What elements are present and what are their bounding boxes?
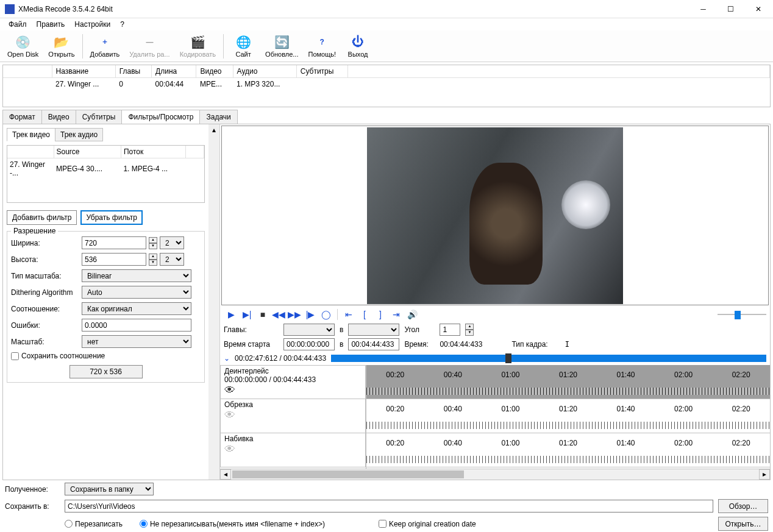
timeline-lane-3[interactable]: 00:2000:4001:0001:2001:4002:0002:20 [366,433,770,467]
scroll-up-icon[interactable]: ▴ [212,126,216,134]
browse-button[interactable]: Обзор… [718,499,768,513]
timeline-lane-1[interactable]: 00:2000:4001:0001:2001:4002:0002:20 [366,365,770,399]
volume-button[interactable]: 🔊 [405,308,419,321]
track-deinterlace[interactable]: Деинтерлейс 00:00:00:000 / 00:04:44:433 … [220,365,366,399]
eye-off-icon[interactable]: 👁 [224,443,362,456]
angle-spinner[interactable]: ▲▼ [465,324,474,336]
col-chapters[interactable]: Главы [115,65,151,78]
tab-audio-track[interactable]: Трек аудио [55,128,103,141]
menu-file[interactable]: Файл [5,19,30,30]
height-step-select[interactable]: 2 [160,253,184,266]
scroll-right-icon[interactable]: ▸ [759,469,770,480]
col-stream[interactable]: Поток [121,146,185,158]
left-scrollbar[interactable]: ▴ [208,124,219,480]
remove-filter-button[interactable]: Убрать фильтр [80,210,142,225]
close-button[interactable]: ✕ [744,0,772,18]
site-button[interactable]: 🌐 Сайт [226,32,260,61]
play-button[interactable]: ▶ [224,308,238,321]
scaletype-select[interactable]: Bilinear [82,269,191,282]
track-padding[interactable]: Набивка 👁 [220,433,366,467]
received-select[interactable]: Сохранить в папку [65,483,154,495]
update-button[interactable]: 🔄 Обновле... [260,32,303,61]
dimensions-button[interactable]: 720 x 536 [69,365,143,378]
scroll-thumb[interactable] [232,470,464,478]
menu-help[interactable]: ? [116,19,128,30]
dither-select[interactable]: Auto [82,286,191,299]
errors-input[interactable] [82,319,191,332]
open-folder-button[interactable]: Открыть… [718,517,768,531]
exit-button[interactable]: ⏻ Выход [341,32,375,61]
errors-label: Ошибки: [11,321,79,330]
loop-button[interactable]: ◯ [319,308,333,321]
col-name[interactable]: Название [52,65,115,78]
open-button[interactable]: 📂 Открыть [43,32,79,61]
end-input[interactable] [348,338,399,350]
add-button[interactable]: ＋ Добавить [85,32,125,61]
saveto-input[interactable] [65,500,713,512]
maximize-button[interactable]: ☐ [717,0,744,18]
height-spinner[interactable]: ▲▼ [149,254,157,266]
chapter-to-select[interactable] [348,324,399,336]
mark-out-button[interactable]: ⇥ [389,308,404,321]
width-step-select[interactable]: 2 [160,236,184,249]
globe-icon: 🌐 [236,35,251,49]
keep-ratio-checkbox[interactable]: Сохранить соотношение [11,352,201,360]
col-video[interactable]: Видео [196,65,233,78]
chapter-from-select[interactable] [283,324,335,336]
tab-filters[interactable]: Фильтры/Просмотр [121,110,200,124]
width-spinner[interactable]: ▲▼ [149,237,157,249]
tab-video[interactable]: Видео [41,110,76,124]
angle-input[interactable] [440,324,460,336]
menu-edit[interactable]: Править [33,19,69,30]
track-row[interactable]: 27. Winger -... MPEG-4 30.... 1. MPEG-4 … [7,158,204,180]
tab-video-track[interactable]: Трек видео [7,128,55,141]
col-length[interactable]: Длина [152,65,196,78]
col-subs[interactable]: Субтитры [296,65,348,78]
track-crop[interactable]: Обрезка 👁 [220,399,366,433]
open-disk-button[interactable]: 💿 Open Disk [2,32,43,61]
position-marker[interactable] [505,353,511,363]
saveto-label: Сохранить в: [5,502,60,511]
scroll-left-icon[interactable]: ◂ [220,469,231,480]
timeline-lane-2[interactable]: 00:2000:4001:0001:2001:4002:0002:20 [366,399,770,433]
height-input[interactable] [82,253,146,266]
timeline-ruler[interactable]: 00:2000:4001:0001:2001:4002:0002:20 00:2… [366,365,770,469]
col-source[interactable]: Source [54,146,121,158]
position-bar[interactable] [331,355,766,362]
file-row[interactable]: 27. Winger ... 0 00:04:44 MPE... 1. MP3 … [3,78,770,91]
menu-bar: Файл Править Настройки ? [0,18,773,30]
volume-slider[interactable] [718,309,766,320]
col-audio[interactable]: Аудио [233,65,296,78]
refresh-icon: 🔄 [274,35,289,49]
menu-settings[interactable]: Настройки [71,19,114,30]
scale-select[interactable]: нет [82,335,191,348]
forward-button[interactable]: ▶▶ [287,308,302,321]
chevron-down-icon[interactable]: ⌄ [224,354,230,363]
overwrite-radio[interactable]: Перезаписать [65,520,123,528]
minus-icon: — [142,35,157,49]
tab-format[interactable]: Формат [2,110,42,124]
eye-icon[interactable]: 👁 [224,384,362,397]
bracket-close-button[interactable]: ] [373,308,388,321]
tab-subs[interactable]: Субтитры [76,110,123,124]
bracket-open-button[interactable]: [ [357,308,372,321]
next-button[interactable]: ▶| [240,308,254,321]
step-button[interactable]: |▶ [303,308,318,321]
mark-in-button[interactable]: ⇤ [341,308,356,321]
ratio-select[interactable]: Как оригинал [82,302,191,315]
help-button[interactable]: ? Помощь! [303,32,341,61]
width-input[interactable] [82,236,146,249]
eye-off-icon[interactable]: 👁 [224,409,362,422]
rewind-button[interactable]: ◀◀ [271,308,286,321]
timeline-scrollbar[interactable]: ◂ ▸ [220,469,770,480]
video-preview[interactable] [221,126,769,305]
keep-date-checkbox[interactable]: Keep original creation date [379,520,476,528]
add-filter-button[interactable]: Добавить фильтр [7,210,77,225]
file-list[interactable]: Название Главы Длина Видео Аудио Субтитр… [2,65,771,107]
minimize-button[interactable]: ─ [689,0,717,18]
track-list[interactable]: Source Поток 27. Winger -... MPEG-4 30..… [7,145,205,203]
stop-button[interactable]: ■ [255,308,270,321]
start-input[interactable] [283,338,335,350]
dont-overwrite-radio[interactable]: Не перезаписывать(менять имя <filename +… [140,520,325,528]
tab-tasks[interactable]: Задачи [199,110,237,124]
